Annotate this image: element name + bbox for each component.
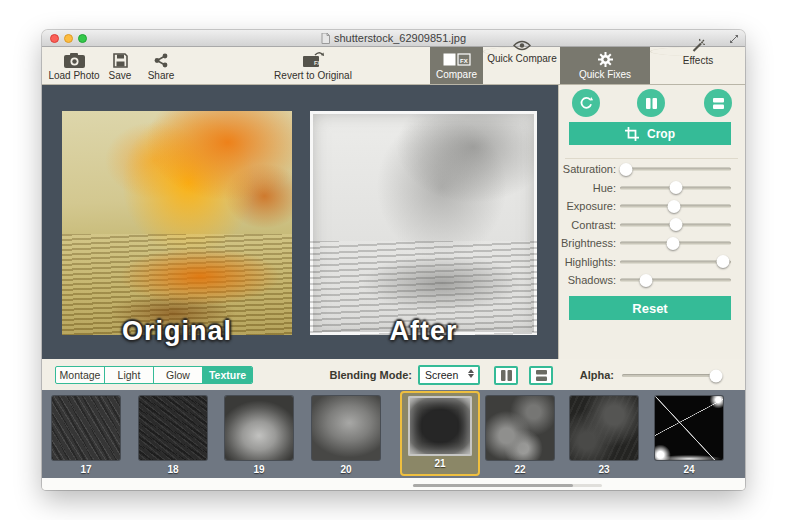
share-button[interactable]: Share [140,51,182,81]
tab-glow[interactable]: Glow [154,367,203,383]
thumbnail-number: 20 [312,464,380,475]
slider-handle[interactable] [669,181,682,194]
reset-button[interactable]: Reset [569,296,731,320]
revert-to-original-button[interactable]: FX Revert to Original [263,51,363,81]
scrollbar-track[interactable] [413,484,602,487]
dark-fine-scratches-thumbnail-image [139,396,207,460]
contrast-slider[interactable] [620,223,731,226]
after-photo: After [310,111,537,335]
quick-fixes-tab[interactable]: Quick Fixes [560,47,650,84]
svg-text:FX: FX [314,60,321,66]
rotate-icon [579,96,593,110]
texture-thumbnail-20[interactable]: 20 [312,396,380,475]
document-icon [321,33,330,44]
minimize-window-button[interactable] [64,34,73,43]
blending-mode-select[interactable]: Screen [418,365,480,385]
slider-handle[interactable] [668,200,681,213]
vertical-split-icon [501,370,512,381]
texture-thumbnail-19[interactable]: 19 [225,396,293,475]
slider-label: Shadows: [559,274,616,286]
rotate-button[interactable] [572,89,600,117]
slider-label: Hue: [559,182,616,194]
alpha-slider[interactable] [622,374,718,377]
thumbnail-number: 23 [570,464,638,475]
quick-fixes-panel: Crop Saturation:Hue:Exposure:Contrast:Br… [558,85,745,359]
slider-label: Exposure: [559,200,616,212]
tab-light[interactable]: Light [105,367,154,383]
crop-button[interactable]: Crop [569,122,731,145]
compare-button[interactable]: FX Compare [430,47,483,84]
slider-row: Saturation: [559,160,745,179]
revert-fx-icon: FX [263,51,363,68]
shadows-slider[interactable] [620,279,731,282]
vertical-split-toggle[interactable] [494,366,518,385]
slider-handle[interactable] [667,237,680,250]
thumbnail-number: 19 [225,464,293,475]
alpha-slider-handle[interactable] [710,369,723,382]
original-photo-image [62,111,292,335]
toolbar: Load Photo Save Share FX Revert to Origi… [42,47,745,85]
horizontal-split-icon [536,370,547,381]
tab-texture[interactable]: Texture [203,367,252,383]
alpha-label: Alpha: [570,366,614,384]
slider-label: Highlights: [559,256,616,268]
texture-thumbnail-24[interactable]: 24 [655,396,723,475]
slider-handle[interactable] [717,255,730,268]
slider-row: Contrast: [559,216,745,235]
texture-thumbnail-18[interactable]: 18 [139,396,207,475]
vertical-split-view-button[interactable] [637,89,665,117]
after-label: After [310,316,537,347]
highlights-slider[interactable] [620,260,731,263]
texture-filmstrip: 1718192021222324 [42,390,745,478]
save-button[interactable]: Save [100,51,140,81]
fullscreen-icon[interactable] [729,34,739,44]
camera-icon [48,51,100,68]
select-stepper-icon [468,369,474,378]
saturation-slider[interactable] [620,168,731,171]
slider-label: Contrast: [559,219,616,231]
vertical-split-icon [646,98,657,109]
scrollbar-thumb[interactable] [413,484,573,487]
slider-handle[interactable] [669,218,682,231]
slider-row: Brightness: [559,234,745,253]
quick-compare-button[interactable]: Quick Compare [483,47,560,56]
texture-thumbnail-17[interactable]: 17 [52,396,120,475]
window-title: shutterstock_62909851.jpg [321,32,466,44]
thumbnail-number: 17 [52,464,120,475]
texture-thumbnail-21[interactable]: 21 [400,391,480,476]
thumbnail-number: 24 [655,464,723,475]
compare-icon: FX [443,52,471,67]
exposure-slider[interactable] [620,205,731,208]
horizontal-split-toggle[interactable] [529,366,553,385]
gray-marble-thumbnail-image [486,396,554,460]
texture-thumbnail-23[interactable]: 23 [570,396,638,475]
effects-tab[interactable]: Effects [650,47,745,56]
app-window: shutterstock_62909851.jpg Load Photo Sav… [42,30,745,490]
tab-montage[interactable]: Montage [56,367,105,383]
black-scratches-thumbnail-image [655,396,723,460]
original-photo: Original [62,111,292,335]
compare-canvas: Original After [42,85,558,359]
hue-slider[interactable] [620,186,731,189]
slider-label: Saturation: [559,163,616,175]
thumbnail-number: 22 [486,464,554,475]
horizontal-split-view-button[interactable] [704,89,732,117]
blending-mode-label: Blending Mode: [300,366,412,384]
slider-label: Brightness: [559,237,616,249]
share-icon [140,51,182,68]
slider-handle[interactable] [639,274,652,287]
slider-handle[interactable] [619,163,632,176]
zoom-window-button[interactable] [78,34,87,43]
eye-icon [513,40,531,51]
svg-text:FX: FX [460,57,468,63]
brightness-slider[interactable] [620,242,731,245]
gray-smoke-thumbnail-image [312,396,380,460]
effect-category-tabs: MontageLightGlowTexture [55,366,253,384]
gear-icon [598,52,613,67]
load-photo-button[interactable]: Load Photo [48,51,100,81]
close-window-button[interactable] [50,34,59,43]
traffic-lights [50,34,87,43]
filmstrip-scrollbar-area [42,478,745,490]
slider-row: Exposure: [559,197,745,216]
texture-thumbnail-22[interactable]: 22 [486,396,554,475]
